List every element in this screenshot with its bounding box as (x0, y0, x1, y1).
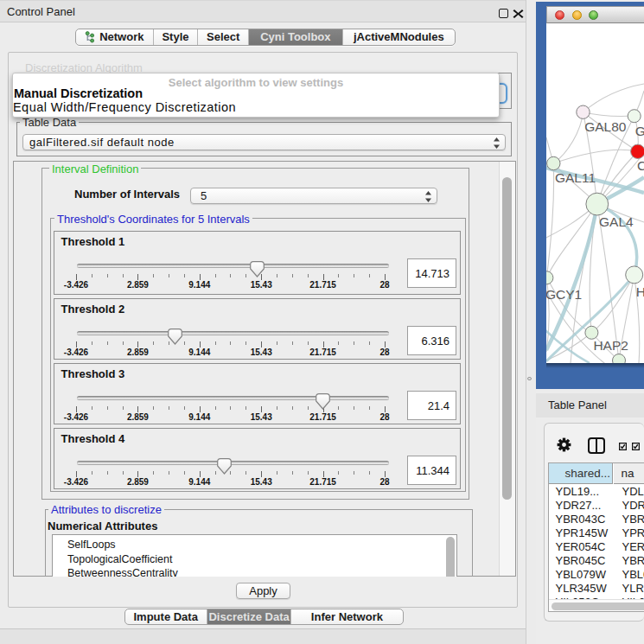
svg-text:HAP2: HAP2 (593, 338, 628, 353)
svg-text:GAL4: GAL4 (599, 214, 634, 229)
svg-text:HA: HA (636, 284, 644, 299)
svg-text:GCY1: GCY1 (546, 287, 582, 302)
svg-text:GAL80: GAL80 (584, 119, 627, 134)
svg-text:GA: GA (635, 124, 644, 138)
svg-text:CD: CD (637, 158, 644, 173)
svg-text:GAL11: GAL11 (555, 170, 596, 185)
